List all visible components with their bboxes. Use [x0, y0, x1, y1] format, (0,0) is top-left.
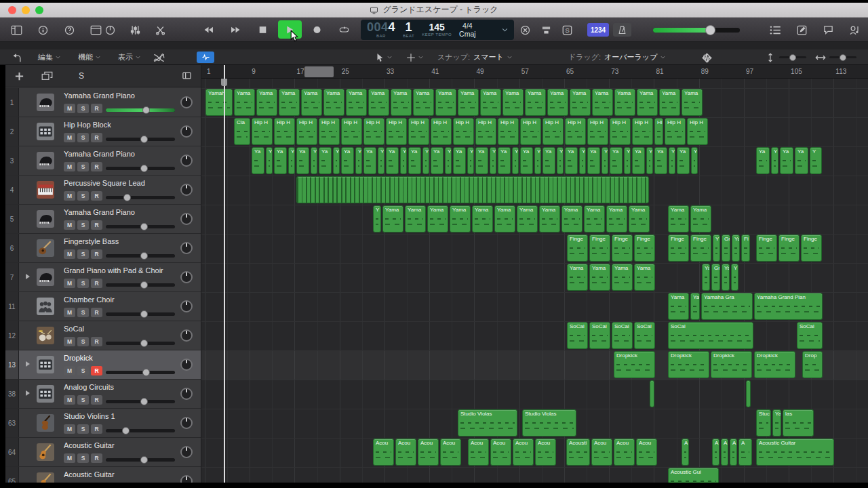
midi-region[interactable]: Acou: [636, 439, 657, 466]
midi-region[interactable]: Y: [373, 205, 381, 232]
menu-3[interactable]: 表示: [118, 52, 140, 62]
midi-region[interactable]: Finge: [634, 235, 655, 262]
track-header-2[interactable]: 2Hip Hop BlockMSR: [5, 117, 201, 146]
midi-region[interactable]: las: [783, 409, 814, 436]
midi-region[interactable]: Yama: [614, 89, 635, 116]
midi-region[interactable]: Y: [731, 264, 738, 291]
note-pads-button[interactable]: [795, 24, 809, 37]
midi-region[interactable]: Dropkick: [614, 351, 655, 378]
rewind-button[interactable]: [197, 20, 220, 39]
solo-button[interactable]: S: [77, 308, 89, 317]
mute-button[interactable]: M: [64, 453, 75, 463]
mute-button[interactable]: M: [64, 424, 75, 434]
midi-region[interactable]: SoCal: [612, 322, 633, 349]
midi-region[interactable]: Acoustic Guitar: [756, 439, 834, 466]
record-arm-button[interactable]: R: [91, 220, 102, 230]
midi-region[interactable]: Y: [669, 147, 675, 174]
midi-region[interactable]: Ya: [756, 147, 770, 174]
midi-region[interactable]: Yama: [413, 89, 434, 116]
solo-button[interactable]: S: [77, 337, 89, 346]
midi-region[interactable]: Y: [557, 147, 564, 174]
mute-button[interactable]: M: [64, 191, 75, 201]
fader-thumb[interactable]: [140, 456, 148, 464]
midi-region[interactable]: Y: [490, 147, 496, 174]
midi-region[interactable]: Ya: [610, 147, 623, 174]
mute-button[interactable]: M: [64, 162, 75, 171]
midi-region[interactable]: Yama: [525, 89, 546, 116]
track-header-7[interactable]: 7Grand Piano with Pad & ChoirMSR: [5, 263, 201, 292]
midi-region[interactable]: Ya: [795, 147, 808, 174]
track-name[interactable]: Yamaha Grand Piano: [64, 150, 135, 158]
midi-region[interactable]: Yama: [458, 89, 479, 116]
volume-fader[interactable]: [106, 283, 175, 287]
midi-region[interactable]: Gr: [711, 264, 720, 291]
midi-region[interactable]: Finge: [567, 235, 588, 262]
pan-knob[interactable]: [180, 96, 193, 108]
midi-region[interactable]: Yama: [234, 89, 255, 116]
fader-thumb[interactable]: [140, 281, 148, 289]
track-name[interactable]: Acoustic Guitar: [64, 470, 115, 479]
pan-knob[interactable]: [180, 300, 193, 312]
midi-region[interactable]: Hip H: [610, 118, 631, 145]
midi-region[interactable]: Yamah: [205, 89, 233, 116]
midi-region[interactable]: Studio Violas: [458, 409, 517, 436]
midi-region[interactable]: Acou: [418, 439, 439, 466]
midi-region[interactable]: Yama: [517, 205, 538, 232]
midi-region[interactable]: Finge: [612, 235, 633, 262]
pan-knob[interactable]: [180, 242, 193, 254]
horizontal-autozoom-button[interactable]: [700, 52, 714, 64]
midi-region[interactable]: Yama: [589, 264, 610, 291]
pan-knob[interactable]: [180, 475, 193, 483]
midi-region[interactable]: Yama: [480, 89, 501, 116]
midi-region[interactable]: Hi: [654, 118, 663, 145]
midi-region[interactable]: Yama: [494, 205, 515, 232]
midi-region[interactable]: Ya: [722, 264, 730, 291]
back-arrow-button[interactable]: [9, 52, 24, 64]
midi-region[interactable]: Yama: [391, 89, 412, 116]
midi-region[interactable]: Hip H: [520, 118, 541, 145]
track-header-1[interactable]: 1Yamaha Grand PianoMSR: [5, 88, 201, 117]
apple-loops-button[interactable]: [821, 24, 835, 37]
midi-region[interactable]: Hip H: [687, 118, 708, 145]
midi-region[interactable]: Hip H: [587, 118, 608, 145]
midi-region[interactable]: Acou: [373, 439, 394, 466]
volume-fader[interactable]: [106, 342, 175, 345]
midi-region[interactable]: Ya: [780, 147, 793, 174]
drag-menu[interactable]: ドラッグ: オーバーラップ: [568, 49, 665, 65]
master-volume-slider[interactable]: [653, 28, 740, 33]
midi-region[interactable]: Y: [400, 147, 407, 174]
left-click-tool-menu[interactable]: [374, 49, 392, 65]
track-header-64[interactable]: 64Acoustic GuitarMSR: [5, 438, 201, 467]
inspector-button[interactable]: [36, 24, 50, 37]
midi-region[interactable]: Drop: [802, 351, 823, 378]
track-name[interactable]: Studio Violins 1: [64, 412, 115, 420]
midi-region[interactable]: Yama: [659, 89, 680, 116]
solo-button[interactable]: S: [77, 133, 89, 142]
midi-region[interactable]: Yama: [502, 89, 524, 116]
pan-knob[interactable]: [180, 388, 193, 400]
midi-region[interactable]: Fi: [741, 235, 750, 262]
midi-region[interactable]: Yamaha Gra: [701, 293, 753, 320]
track-header-4[interactable]: 4Percussive Square LeadMSR: [5, 176, 201, 205]
midi-region[interactable]: Finge: [778, 235, 800, 262]
volume-fader[interactable]: [106, 225, 175, 228]
midi-region[interactable]: Y: [810, 147, 822, 174]
record-button[interactable]: [305, 20, 329, 39]
midi-region[interactable]: SoCal: [567, 322, 588, 349]
track-header-63[interactable]: 63Studio Violins 1MSR: [5, 409, 201, 438]
record-arm-button[interactable]: R: [91, 366, 102, 375]
midi-region[interactable]: Hip H: [565, 118, 586, 145]
midi-region[interactable]: Ya: [772, 409, 781, 436]
volume-fader[interactable]: [106, 400, 175, 403]
midi-region[interactable]: Ya: [252, 147, 264, 174]
midi-region[interactable]: Yama: [606, 205, 627, 232]
midi-region[interactable]: Studio Violas: [522, 409, 576, 436]
track-header-5[interactable]: 5Yamaha Grand PianoMSR: [5, 205, 201, 234]
midi-region[interactable]: Yama: [539, 205, 560, 232]
playhead[interactable]: [224, 65, 225, 483]
volume-fader[interactable]: [106, 254, 175, 258]
horizontal-zoom-slider[interactable]: [815, 49, 856, 65]
library-button[interactable]: [9, 24, 24, 37]
midi-region[interactable]: Y: [422, 147, 429, 174]
midi-region[interactable]: Hip H: [453, 118, 474, 145]
